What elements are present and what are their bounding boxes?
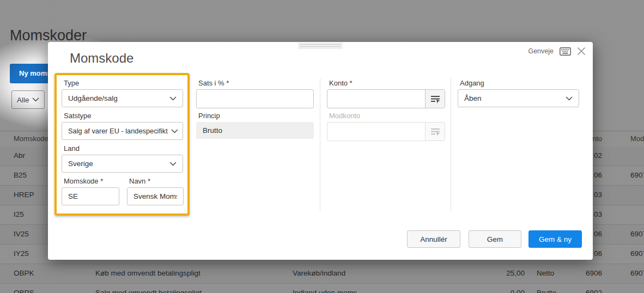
sats-label: Sats i % *	[198, 79, 229, 87]
adgang-select[interactable]: Åben	[458, 89, 579, 107]
navn-input[interactable]	[127, 187, 184, 205]
navn-label: Navn *	[129, 177, 150, 185]
type-label: Type	[64, 79, 79, 87]
land-select[interactable]: Sverige	[62, 155, 183, 173]
save-button[interactable]: Gem	[469, 230, 521, 248]
keyboard-icon[interactable]	[560, 47, 571, 56]
type-select[interactable]: Udgående/salg	[62, 89, 183, 107]
chevron-down-icon	[171, 129, 178, 133]
momskode-label: Momskode *	[64, 177, 103, 185]
modal-title: Momskode	[70, 51, 133, 66]
column-divider	[320, 78, 320, 211]
modal-drag-handle[interactable]	[298, 42, 343, 49]
type-select-value: Udgående/salg	[68, 94, 118, 102]
satstype-label: Satstype	[64, 112, 92, 120]
chevron-down-icon	[169, 162, 177, 166]
princip-label: Princip	[198, 112, 220, 120]
shortcuts-link[interactable]: Genveje	[528, 47, 554, 55]
adgang-select-value: Åben	[464, 94, 482, 102]
chevron-down-icon	[566, 96, 573, 101]
vat-code-modal: Genveje Momskode	[48, 42, 593, 260]
save-and-new-button[interactable]: Gem & ny	[528, 230, 582, 248]
chevron-down-icon	[169, 96, 177, 101]
satstype-select[interactable]: Salg af varer EU - landespecifikt	[62, 122, 183, 140]
modkonto-label: Modkonto	[329, 112, 360, 120]
konto-label: Konto *	[329, 79, 353, 87]
adgang-label: Adgang	[460, 79, 484, 87]
modkonto-field	[327, 122, 445, 141]
konto-input[interactable]	[327, 90, 425, 108]
satstype-select-value: Salg af varer EU - landespecifikt	[68, 127, 168, 135]
app-screen: Momskoder Ny momskode Alle Momskode Kont…	[0, 0, 644, 293]
modkonto-input	[327, 123, 425, 141]
land-label: Land	[64, 144, 80, 152]
close-icon[interactable]	[577, 47, 586, 56]
momskode-input[interactable]	[62, 187, 119, 205]
princip-value: Brutto	[196, 122, 314, 139]
column-divider	[451, 78, 451, 211]
konto-field	[327, 89, 445, 108]
land-select-value: Sverige	[68, 160, 93, 168]
cancel-button[interactable]: Annullér	[407, 230, 460, 248]
modkonto-lookup-button	[425, 123, 445, 141]
konto-lookup-button[interactable]	[425, 90, 445, 108]
sats-input[interactable]	[196, 89, 314, 108]
